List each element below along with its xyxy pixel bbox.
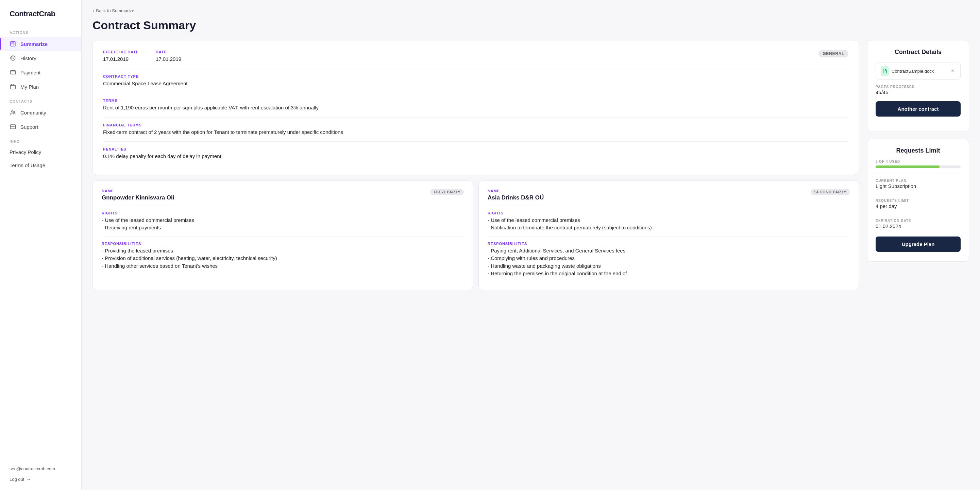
usage-label: 3 OF 4 USED xyxy=(876,160,961,163)
pages-processed-value: 45/45 xyxy=(876,89,961,95)
svg-point-5 xyxy=(11,111,13,113)
svg-rect-2 xyxy=(11,71,16,75)
terms-of-usage-label: Terms of Usage xyxy=(10,162,45,168)
first-party-badge: FIRST PARTY xyxy=(430,189,464,195)
sidebar-item-my-plan[interactable]: My Plan xyxy=(0,79,81,94)
svg-point-6 xyxy=(14,111,15,113)
first-party-name-wrapper: NAME Gnnpowder Kinnisvara Oii xyxy=(102,189,174,201)
close-file-button[interactable]: × xyxy=(950,67,956,75)
content-grid: EFFECTIVE DATE 17.01.2019 DATE 17.01.201… xyxy=(92,40,969,291)
file-info: ContractSample.docx xyxy=(881,66,934,76)
date-value: 17.01.2019 xyxy=(156,56,181,63)
expiration-date-value: 01.02.2024 xyxy=(876,223,961,229)
first-party-header: NAME Gnnpowder Kinnisvara Oii FIRST PART… xyxy=(102,189,464,201)
section-contacts: CONTACTS xyxy=(0,94,81,105)
current-plan-value: Light Subscription xyxy=(876,183,961,189)
community-label: Community xyxy=(21,110,46,116)
first-party-rights-label: RIGHTS xyxy=(102,211,464,215)
another-contract-button[interactable]: Another contract xyxy=(876,101,961,117)
app-logo: ContractCrab xyxy=(0,0,81,25)
logout-button[interactable]: Log out → xyxy=(0,474,81,485)
requests-limit-field: REQUESTS LIMIT 4 per day xyxy=(876,199,961,209)
payment-label: Payment xyxy=(21,70,40,75)
penalties-field: PENALTIES 0.1% delay penalty for each da… xyxy=(103,147,848,160)
first-party-responsibilities-value: - Providing the leased premises - Provis… xyxy=(102,247,464,270)
second-party-card: NAME Asia Drinks D&R OÜ SECOND PARTY RIG… xyxy=(479,181,859,291)
sidebar-item-privacy-policy[interactable]: Privacy Policy xyxy=(0,146,81,159)
user-email: seo@contractcrab.com xyxy=(0,463,81,474)
payment-icon xyxy=(10,69,16,76)
date-field: DATE 17.01.2019 xyxy=(156,50,181,63)
second-party-responsibilities: RESPONSIBILITIES - Paying rent, Addition… xyxy=(488,242,850,278)
first-party-name-value: Gnnpowder Kinnisvara Oii xyxy=(102,194,174,201)
pages-processed-label: PAGES PROCESSED xyxy=(876,85,961,89)
sidebar-item-history[interactable]: History xyxy=(0,51,81,65)
effective-date-field: EFFECTIVE DATE 17.01.2019 xyxy=(103,50,139,63)
contract-details-panel: Contract Details ContractSample.docx × xyxy=(867,40,969,132)
svg-rect-4 xyxy=(11,85,16,89)
back-link[interactable]: ‹ Back to Summarize xyxy=(92,8,969,13)
contract-type-label: CONTRACT TYPE xyxy=(103,75,848,78)
file-name: ContractSample.docx xyxy=(892,69,934,74)
terms-value: Rent of 1,190 euros per month per sqm pl… xyxy=(103,104,848,112)
sidebar-item-support[interactable]: Support xyxy=(0,120,81,134)
back-chevron-icon: ‹ xyxy=(92,8,94,13)
date-label: DATE xyxy=(156,50,181,54)
file-row: ContractSample.docx × xyxy=(876,62,961,79)
financial-terms-label: FINANCIAL TERMS xyxy=(103,123,848,127)
sidebar-item-community[interactable]: Community xyxy=(0,105,81,120)
sidebar-footer: seo@contractcrab.com Log out → xyxy=(0,458,81,490)
sidebar-item-terms-of-usage[interactable]: Terms of Usage xyxy=(0,159,81,172)
first-party-responsibilities: RESPONSIBILITIES - Providing the leased … xyxy=(102,242,464,270)
history-icon xyxy=(10,55,16,62)
summary-card: EFFECTIVE DATE 17.01.2019 DATE 17.01.201… xyxy=(92,40,859,175)
back-label: Back to Summarize xyxy=(96,8,134,13)
my-plan-icon xyxy=(10,83,16,90)
second-party-header: NAME Asia Drinks D&R OÜ SECOND PARTY xyxy=(488,189,850,201)
summary-top-row: EFFECTIVE DATE 17.01.2019 DATE 17.01.201… xyxy=(103,50,848,63)
first-party-rights-value: - Use of the leased commercial premises … xyxy=(102,216,464,232)
summarize-label: Summarize xyxy=(21,41,48,47)
main-content: ‹ Back to Summarize Contract Summary EFF… xyxy=(82,0,980,490)
right-panel: Contract Details ContractSample.docx × xyxy=(867,40,969,262)
second-party-name-value: Asia Drinks D&R OÜ xyxy=(488,194,544,201)
logout-label: Log out xyxy=(10,477,24,482)
general-badge: GENERAL xyxy=(818,50,848,57)
second-party-rights: RIGHTS - Use of the leased commercial pr… xyxy=(488,211,850,232)
logout-icon: → xyxy=(26,477,30,482)
progress-bar-bg xyxy=(876,165,961,168)
contract-type-field: CONTRACT TYPE Commercial Space Lease Agr… xyxy=(103,75,848,88)
file-icon xyxy=(881,66,889,76)
sidebar-item-payment[interactable]: Payment xyxy=(0,65,81,79)
current-plan-label: CURRENT PLAN xyxy=(876,179,961,182)
contract-details-title: Contract Details xyxy=(876,49,961,56)
second-party-responsibilities-value: - Paying rent, Additional Services, and … xyxy=(488,247,850,278)
history-label: History xyxy=(21,56,37,61)
second-party-rights-label: RIGHTS xyxy=(488,211,850,215)
progress-bar-fill xyxy=(876,165,940,168)
sidebar-item-summarize[interactable]: Summarize xyxy=(0,37,81,51)
expiration-date-label: EXPIRATION DATE xyxy=(876,219,961,223)
support-icon xyxy=(10,123,16,130)
financial-terms-field: FINANCIAL TERMS Fixed-term contract of 2… xyxy=(103,123,848,136)
section-actions: ACTIONS xyxy=(0,25,81,37)
first-party-responsibilities-label: RESPONSIBILITIES xyxy=(102,242,464,246)
requests-limit-label: REQUESTS LIMIT xyxy=(876,199,961,203)
second-party-responsibilities-label: RESPONSIBILITIES xyxy=(488,242,850,246)
parties-grid: NAME Gnnpowder Kinnisvara Oii FIRST PART… xyxy=(92,181,859,291)
requests-limit-value: 4 per day xyxy=(876,203,961,209)
my-plan-label: My Plan xyxy=(21,84,39,90)
section-info: INFO xyxy=(0,134,81,146)
pages-processed-field: PAGES PROCESSED 45/45 xyxy=(876,85,961,95)
requests-limit-panel: Requests Limit 3 OF 4 USED CURRENT PLAN … xyxy=(867,139,969,262)
upgrade-plan-button[interactable]: Upgrade Plan xyxy=(876,236,961,252)
first-party-name-label: NAME xyxy=(102,189,174,193)
penalties-label: PENALTIES xyxy=(103,147,848,151)
financial-terms-value: Fixed-term contract of 2 years with the … xyxy=(103,128,848,136)
current-plan-field: CURRENT PLAN Light Subscription xyxy=(876,179,961,189)
contract-type-value: Commercial Space Lease Agreement xyxy=(103,80,848,88)
terms-label: TERMS xyxy=(103,98,848,103)
penalties-value: 0.1% delay penalty for each day of delay… xyxy=(103,152,848,160)
dates-row: EFFECTIVE DATE 17.01.2019 DATE 17.01.201… xyxy=(103,50,181,63)
support-label: Support xyxy=(21,124,38,130)
